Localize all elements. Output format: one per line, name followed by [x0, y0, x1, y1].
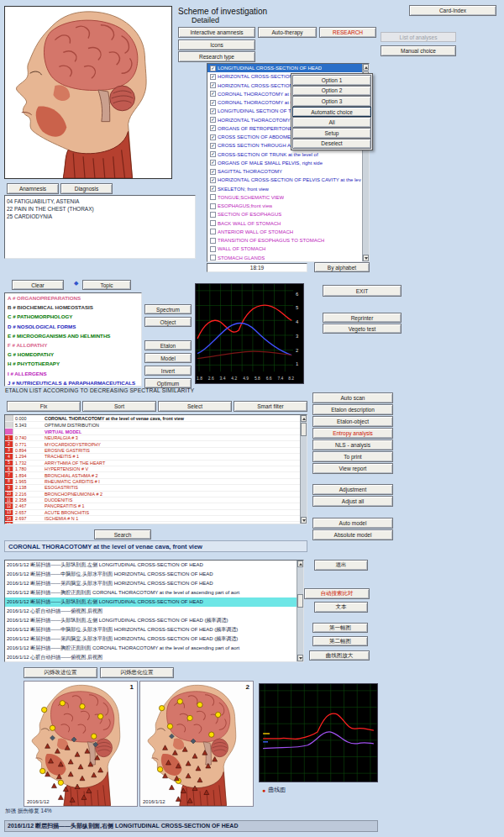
first-image-button[interactable]: 第一幅图 [312, 623, 368, 633]
adjustment-button[interactable]: Adjustment [312, 484, 393, 495]
list-item[interactable]: BACK WALL OF STOMACH [207, 219, 369, 228]
checkbox-icon[interactable]: ✓ [210, 177, 216, 183]
auto-therapy-button[interactable]: Auto-therapy [258, 27, 317, 38]
catalog-item[interactable]: C # PATHOMORPHOLOGY [5, 312, 141, 321]
checkbox-icon[interactable]: ✓ [210, 186, 216, 192]
scroll-down-icon[interactable] [301, 517, 307, 524]
list-item[interactable]: ✓HORIZONTAL CROSS-SECTION OF PELVIS CAVI… [207, 176, 369, 184]
list-item[interactable]: SECTION OF ESOPHAGUS [207, 210, 369, 218]
scroll-up-icon[interactable] [297, 561, 303, 567]
scroll-up-icon[interactable] [301, 415, 307, 422]
list-item[interactable]: TONGUE;SCHEMATIC VIEW [207, 193, 369, 202]
icons-button[interactable]: Icons [178, 39, 255, 50]
checkbox-icon[interactable]: ✓ [210, 117, 216, 123]
table-row[interactable]: 5.343OPTIMUM DISTRIBUTION [5, 422, 307, 429]
checkbox-icon[interactable]: ✓ [210, 91, 216, 97]
auto-scan-button[interactable]: Auto scan [312, 392, 393, 403]
interactive-anamnesis-button[interactable]: Interactive anamnesis [178, 27, 255, 38]
table-row[interactable]: 132.657ACUTE BRONCHITIS [5, 510, 307, 516]
sort-button[interactable]: Sort [82, 401, 156, 412]
etalon-button[interactable]: Etalon [144, 340, 192, 350]
checkbox-icon[interactable]: ✓ [210, 143, 216, 149]
absolute-model-button[interactable]: Absolute model [312, 529, 393, 540]
table-row[interactable]: 92.138ESOGASTRITIS [5, 485, 307, 491]
object-button[interactable]: Object [144, 317, 192, 327]
view-report-button[interactable]: View report [312, 463, 393, 474]
list-item[interactable]: ANTERIOR WALL OF STOMACH [207, 228, 369, 236]
entropy-analysis-button[interactable]: Entropy analysis [312, 428, 393, 439]
catalog-item[interactable]: H # PHYTOTHERAPY [5, 359, 141, 368]
catalog-item[interactable]: D # NOSOLOGICAL FORMS [5, 322, 141, 331]
history-item[interactable]: 2016/1/12 断层扫描——胸腔正面剖面 CORONAL THORACOTO… [5, 588, 303, 597]
catalog-item[interactable]: F # ALLOPATHY [5, 340, 141, 350]
option-2-button[interactable]: Option 2 [292, 86, 371, 97]
scrollbar-thumb[interactable] [301, 423, 307, 436]
history-item[interactable]: 2016/1/12 断层扫描——中脑部位,头部水平剖面 HORIZONTAL C… [5, 625, 303, 634]
clear-button[interactable]: Clear [12, 280, 64, 290]
history-item[interactable]: 2016/1/12 心脏自动扫描——俯视图,后视图 [5, 607, 303, 616]
list-item[interactable]: TRANSITION OF ESOPHAGUS TO STOMACH [207, 236, 369, 245]
etalon-description-button[interactable]: Etalon description [312, 404, 393, 415]
option-3-button[interactable]: Option 3 [292, 96, 371, 107]
option-1-button[interactable]: Option 1 [292, 75, 371, 86]
history-item[interactable]: 2016/1/12 断层扫描——胸腔正面剖面 CORONAL THORACOTO… [5, 644, 303, 653]
blink-deterioration-button[interactable]: 闪烁恶化位置 [100, 667, 174, 678]
table-row[interactable]: 71.894BRONCHIAL ASTHMA # 2 [5, 472, 307, 478]
history-item[interactable]: 2016/1/12 断层扫描——头部纵剖面,左侧 LONGITUDINAL CR… [5, 616, 303, 625]
table-row[interactable]: 0.000CORONAL THORACOTOMY at the level of… [5, 415, 307, 422]
checkbox-icon[interactable] [210, 246, 216, 252]
checkbox-icon[interactable] [210, 238, 216, 244]
blink-improvement-button[interactable]: 闪烁改进位置 [24, 667, 97, 678]
checkbox-icon[interactable]: ✓ [210, 169, 216, 175]
exit-button[interactable]: EXIT [323, 285, 402, 297]
auto-model-button[interactable]: Auto model [312, 518, 393, 529]
checkbox-icon[interactable]: ✓ [210, 160, 216, 166]
adjust-all-button[interactable]: Adjust all [312, 496, 393, 507]
history-item[interactable]: 2016/1/12 断层扫描——头部纵剖面,左侧 LONGITUDINAL CR… [5, 561, 303, 570]
table-row[interactable]: 41.294TRACHEITIS # 1 [5, 454, 307, 460]
table-row[interactable]: VIRTUAL MODEL [5, 429, 307, 435]
list-item[interactable]: ✓SAGITTAL THORACOTOMY [207, 167, 369, 176]
table-row[interactable]: 142.697ISCHEMIA # N 1 [5, 516, 307, 522]
by-alphabet-button[interactable]: By alphabet [314, 262, 370, 272]
exit-cn-button[interactable]: 退出 [314, 560, 368, 571]
list-item[interactable]: ✓SKELETON; front view [207, 185, 369, 193]
diagnosis-button[interactable]: Diagnosis [60, 183, 113, 194]
spectrum-button[interactable]: Spectrum [144, 304, 192, 314]
table-row[interactable]: 112.358DUODENITIS [5, 497, 307, 503]
table-row[interactable]: 102.216BRONCHOPNEUMONIA # 2 [5, 492, 307, 497]
history-item[interactable]: 2016/1/12 断层扫描——中脑部位,头部水平剖面 HORIZONTAL C… [5, 570, 303, 579]
scrollbar[interactable] [300, 415, 307, 524]
topic-button[interactable]: Topic [82, 280, 131, 290]
card-index-button[interactable]: Card-Index [409, 5, 496, 16]
history-item-selected[interactable]: 2016/1/12 断层扫描——头部纵剖面,右侧 LONGITUDINAL CR… [5, 597, 303, 607]
nls-analysis-button[interactable]: NLS - analysis [312, 440, 393, 450]
search-button[interactable]: Search [94, 529, 151, 540]
checkbox-icon[interactable] [210, 194, 216, 200]
fix-button[interactable]: Fix [7, 401, 81, 412]
list-item[interactable]: ✓CROSS-SECTION OF TRUNK at the level of [207, 150, 369, 159]
scroll-down-icon[interactable] [297, 655, 303, 661]
invert-button[interactable]: Invert [144, 366, 192, 376]
history-item[interactable]: 2016/1/12 心脏自动扫描——俯视图,后视图 [5, 653, 303, 662]
checkbox-icon[interactable] [210, 212, 216, 218]
reprinter-button[interactable]: Reprinter [323, 313, 402, 323]
table-row[interactable]: 30.894EROSIVE GASTRITIS [5, 448, 307, 454]
anamnesis-entry[interactable]: 22 PAIN IN THE CHEST (THORAX) [7, 205, 195, 213]
checkbox-icon[interactable]: ✓ [210, 82, 216, 88]
checkbox-icon[interactable]: ✓ [210, 66, 216, 71]
table-row[interactable]: 10.740NEURALGIA # 3 [5, 435, 307, 441]
scrollbar-thumb[interactable] [297, 594, 303, 608]
comparison-image-1[interactable]: 1 2016/1/12 [24, 681, 138, 807]
list-item[interactable]: WALL OF STOMACH [207, 245, 369, 253]
history-item[interactable]: 2016/1/12 断层扫描——第四脑室,头部水平剖面 HORIZONTAL C… [5, 634, 303, 644]
catalog-item[interactable]: I # ALLERGENS [5, 369, 141, 378]
select-button[interactable]: Select [158, 401, 232, 412]
auto-search-compare-button[interactable]: 自动搜索比对 [304, 588, 370, 599]
checkbox-icon[interactable]: ✓ [210, 151, 216, 157]
manual-choice-button[interactable]: Manual choice [381, 45, 456, 56]
research-button[interactable]: RESEARCH [319, 27, 376, 38]
scroll-up-icon[interactable] [363, 64, 369, 71]
catalog-item[interactable]: J # NUTRICEUTICALS & PARAPHARMACEUTICALS [5, 378, 141, 387]
automatic-choice-button[interactable]: Automatic choice [292, 107, 371, 118]
